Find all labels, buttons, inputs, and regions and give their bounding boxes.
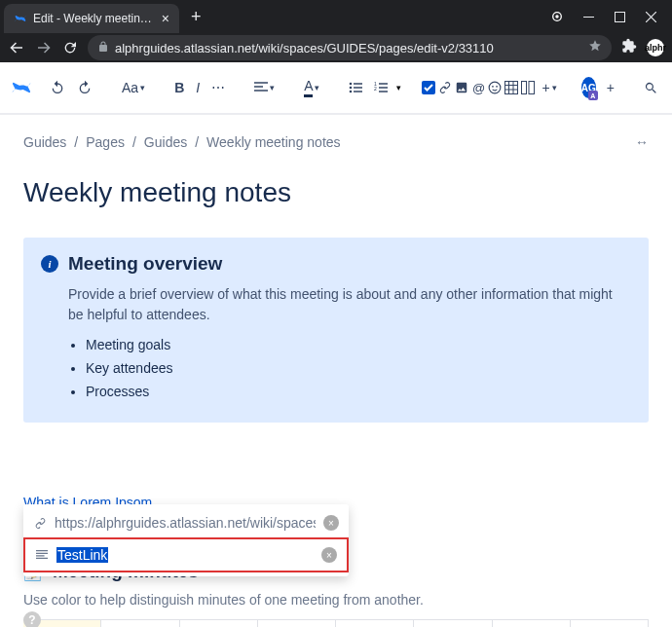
list-item: Key attendees <box>86 360 631 376</box>
info-icon: i <box>41 255 58 273</box>
svg-point-5 <box>350 87 353 90</box>
clear-url-button[interactable]: × <box>323 515 339 531</box>
tab-strip: Edit - Weekly meeting notes - Gu... × + <box>0 0 672 33</box>
bullet-list-button[interactable] <box>344 77 367 98</box>
close-window-icon[interactable] <box>645 11 656 22</box>
alignment-dropdown[interactable]: ▾ <box>249 77 280 98</box>
find-replace-button[interactable] <box>639 77 663 99</box>
invite-button[interactable]: + <box>602 76 619 99</box>
table-button[interactable] <box>504 80 519 95</box>
svg-point-11 <box>493 86 495 88</box>
list-item: Meeting goals <box>86 337 631 352</box>
emoji-button[interactable] <box>487 80 503 95</box>
insert-dropdown[interactable]: +▾ <box>537 76 561 99</box>
profile-avatar[interactable]: alphr <box>647 39 664 56</box>
svg-point-10 <box>490 82 502 93</box>
link-popup: × TestLink × <box>23 504 349 576</box>
panel-title: Meeting overview <box>68 253 222 275</box>
confluence-logo-icon[interactable] <box>10 76 33 99</box>
text-styles-dropdown[interactable]: Aa▾ <box>117 76 150 99</box>
maximize-icon[interactable] <box>614 11 625 22</box>
link-icon <box>33 517 47 530</box>
clear-text-button[interactable]: × <box>321 547 337 563</box>
link-url-row: × <box>23 508 349 537</box>
info-panel[interactable]: i Meeting overview Provide a brief overv… <box>23 238 649 423</box>
link-text-row: TestLink × <box>23 537 349 572</box>
resize-handle-icon[interactable]: ↔ <box>635 134 649 150</box>
reload-button[interactable] <box>62 40 78 55</box>
user-avatar[interactable]: AG A <box>581 77 596 98</box>
new-tab-button[interactable]: + <box>191 7 202 27</box>
svg-point-6 <box>350 91 353 93</box>
tab-title: Edit - Weekly meeting notes - Gu... <box>33 12 156 25</box>
minutes-description: Use color to help distinguish minutes of… <box>23 592 649 608</box>
text-icon <box>35 549 49 561</box>
link-url-input[interactable] <box>55 515 316 531</box>
page-title[interactable]: Weekly meeting notes <box>23 177 649 208</box>
text-color-dropdown[interactable]: A▾ <box>299 74 324 101</box>
url-box[interactable]: alphrguides.atlassian.net/wiki/spaces/GU… <box>88 35 612 60</box>
svg-point-12 <box>497 86 499 88</box>
extensions-icon[interactable] <box>621 38 637 57</box>
svg-rect-15 <box>529 82 535 94</box>
link-display-text[interactable]: TestLink <box>56 547 108 563</box>
browser-tab[interactable]: Edit - Weekly meeting notes - Gu... × <box>4 4 179 33</box>
window-controls <box>551 11 668 22</box>
link-button[interactable] <box>437 80 453 95</box>
minutes-table[interactable] <box>23 619 649 627</box>
undo-button[interactable] <box>45 76 70 99</box>
close-tab-icon[interactable]: × <box>162 12 169 25</box>
back-button[interactable] <box>8 39 25 56</box>
svg-point-4 <box>350 83 353 86</box>
breadcrumb: Guides / Pages / Guides / Weekly meeting… <box>23 134 649 150</box>
action-item-button[interactable] <box>421 80 436 95</box>
breadcrumb-item[interactable]: Pages <box>86 134 125 150</box>
svg-text:2: 2 <box>374 86 377 92</box>
mention-button[interactable]: @ <box>470 80 486 95</box>
more-formatting-button[interactable]: ⋯ <box>206 76 230 99</box>
svg-rect-2 <box>583 17 594 18</box>
editor-toolbar: Aa▾ B I ⋯ ▾ A▾ 12 ▾ <box>0 62 672 113</box>
breadcrumb-item[interactable]: Guides <box>144 134 187 150</box>
browser-chrome: Edit - Weekly meeting notes - Gu... × + <box>0 0 672 62</box>
favicon-confluence-icon <box>14 12 27 25</box>
svg-rect-3 <box>615 12 624 21</box>
page-content: Guides / Pages / Guides / Weekly meeting… <box>0 115 672 627</box>
help-icon[interactable]: ? <box>23 611 41 627</box>
recording-indicator-icon <box>551 11 563 22</box>
svg-rect-13 <box>505 82 518 94</box>
bold-button[interactable]: B <box>169 76 189 99</box>
breadcrumb-item[interactable]: Weekly meeting notes <box>206 134 340 150</box>
panel-list: Meeting goals Key attendees Processes <box>86 337 631 399</box>
svg-point-1 <box>555 15 558 18</box>
address-bar: alphrguides.atlassian.net/wiki/spaces/GU… <box>0 33 672 62</box>
list-item: Processes <box>86 384 631 399</box>
avatar-badge: A <box>588 91 598 100</box>
panel-description: Provide a brief overview of what this me… <box>68 284 631 325</box>
lock-icon <box>97 39 109 56</box>
forward-button[interactable] <box>35 39 53 56</box>
svg-rect-14 <box>522 82 527 94</box>
extension-icons: alphr <box>621 38 664 57</box>
bookmark-star-icon[interactable] <box>588 39 602 56</box>
url-text: alphrguides.atlassian.net/wiki/spaces/GU… <box>115 41 582 55</box>
minimize-icon[interactable] <box>582 11 594 22</box>
redo-button[interactable] <box>72 76 97 99</box>
italic-button[interactable]: I <box>191 76 205 99</box>
layouts-button[interactable] <box>520 80 536 95</box>
app-chrome: Aa▾ B I ⋯ ▾ A▾ 12 ▾ <box>0 62 672 115</box>
breadcrumb-item[interactable]: Guides <box>23 134 66 150</box>
numbered-list-button[interactable]: 12 <box>369 77 392 98</box>
image-button[interactable] <box>454 80 469 95</box>
lists-dropdown[interactable]: ▾ <box>396 83 401 92</box>
